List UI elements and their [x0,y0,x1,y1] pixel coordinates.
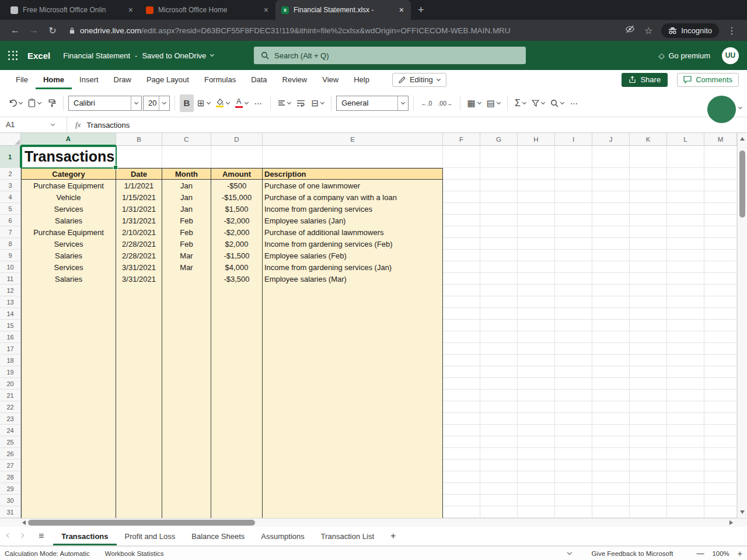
cell-A15[interactable] [21,320,116,331]
cell-G4[interactable] [480,191,518,203]
sheet-tab-balance-sheets[interactable]: Balance Sheets [183,527,253,545]
horizontal-scrollbar[interactable] [0,518,747,527]
cell-I16[interactable] [555,331,592,343]
font-color-chevron-icon[interactable] [245,100,249,104]
cell-M17[interactable] [704,343,737,355]
cell-I1[interactable] [555,146,592,168]
cell-E15[interactable] [263,320,443,331]
cell-H15[interactable] [518,320,555,331]
cell-F1[interactable] [443,146,480,168]
cell-J24[interactable] [592,425,630,436]
number-format-select[interactable]: General [336,96,409,111]
cell-F31[interactable] [443,506,480,518]
cell-C12[interactable] [162,285,211,296]
cell-F22[interactable] [443,401,480,413]
browser-menu-icon[interactable]: ⋮ [724,25,740,36]
vertical-scroll-thumb[interactable] [739,150,745,218]
cell-A21[interactable] [21,390,116,401]
cell-D4[interactable]: -$15,000 [211,191,263,203]
cell-C2[interactable]: Month [162,168,211,180]
cell-C15[interactable] [162,320,211,331]
cell-M1[interactable] [704,146,737,168]
comments-button[interactable]: Comments [677,73,739,87]
cell-G16[interactable] [480,331,518,343]
cell-L10[interactable] [667,261,704,273]
cell-I10[interactable] [555,261,592,273]
cell-K8[interactable] [630,238,667,250]
cell-J26[interactable] [592,448,630,460]
row-header-9[interactable]: 9 [0,250,21,261]
cell-M18[interactable] [704,355,737,366]
cell-F4[interactable] [443,191,480,203]
cell-C24[interactable] [162,425,211,436]
cell-K25[interactable] [630,436,667,448]
cell-B22[interactable] [116,401,162,413]
cell-B28[interactable] [116,471,162,483]
cell-K29[interactable] [630,483,667,495]
cell-L16[interactable] [667,331,704,343]
cell-I5[interactable] [555,203,592,215]
row-header-30[interactable]: 30 [0,495,21,506]
cell-M7[interactable] [704,226,737,238]
cell-M3[interactable] [704,180,737,191]
column-header-g[interactable]: G [480,133,518,146]
cell-B12[interactable] [116,285,162,296]
cell-B8[interactable]: 2/28/2021 [116,238,162,250]
row-header-20[interactable]: 20 [0,378,21,390]
menu-tab-home[interactable]: Home [36,70,72,89]
cell-F10[interactable] [443,261,480,273]
scroll-down-icon[interactable] [740,510,745,514]
cell-C20[interactable] [162,378,211,390]
row-header-17[interactable]: 17 [0,343,21,355]
workbook-statistics[interactable]: Workbook Statistics [105,550,164,557]
cell-J19[interactable] [592,366,630,378]
cell-H18[interactable] [518,355,555,366]
alignment-button[interactable] [275,94,293,112]
cell-E6[interactable]: Employee salaries (Jan) [263,215,443,226]
cell-E19[interactable] [263,366,443,378]
cell-A13[interactable] [21,296,116,308]
cell-H8[interactable] [518,238,555,250]
search-input[interactable] [274,51,519,60]
row-header-29[interactable]: 29 [0,483,21,495]
cell-L5[interactable] [667,203,704,215]
cell-D11[interactable]: -$3,500 [211,273,263,285]
cell-I8[interactable] [555,238,592,250]
cell-E24[interactable] [263,425,443,436]
cell-B25[interactable] [116,436,162,448]
cell-K14[interactable] [630,308,667,320]
cell-E5[interactable]: Income from gardening services [263,203,443,215]
cell-F17[interactable] [443,343,480,355]
cell-L21[interactable] [667,390,704,401]
cell-B18[interactable] [116,355,162,366]
zoom-out-button[interactable]: — [696,549,704,558]
cell-B7[interactable]: 2/10/2021 [116,226,162,238]
cell-J11[interactable] [592,273,630,285]
sheet-tab-profit-and-loss[interactable]: Profit and Loss [117,527,184,545]
cell-K18[interactable] [630,355,667,366]
cell-M12[interactable] [704,285,737,296]
cell-G17[interactable] [480,343,518,355]
undo-chevron-icon[interactable] [19,100,23,104]
cell-J12[interactable] [592,285,630,296]
cell-H10[interactable] [518,261,555,273]
cell-A25[interactable] [21,436,116,448]
cell-M28[interactable] [704,471,737,483]
cell-H23[interactable] [518,413,555,425]
cell-I7[interactable] [555,226,592,238]
cell-L1[interactable] [667,146,704,168]
cell-K9[interactable] [630,250,667,261]
cell-C1[interactable] [162,146,211,168]
cell-M19[interactable] [704,366,737,378]
cell-L23[interactable] [667,413,704,425]
cell-G14[interactable] [480,308,518,320]
row-header-12[interactable]: 12 [0,285,21,296]
cell-D31[interactable] [211,506,263,518]
zoom-level[interactable]: 100% [712,550,729,557]
cell-M21[interactable] [704,390,737,401]
cell-E2[interactable]: Description [263,168,443,180]
cell-H24[interactable] [518,425,555,436]
cell-J2[interactable] [592,168,630,180]
cell-F11[interactable] [443,273,480,285]
cell-K20[interactable] [630,378,667,390]
